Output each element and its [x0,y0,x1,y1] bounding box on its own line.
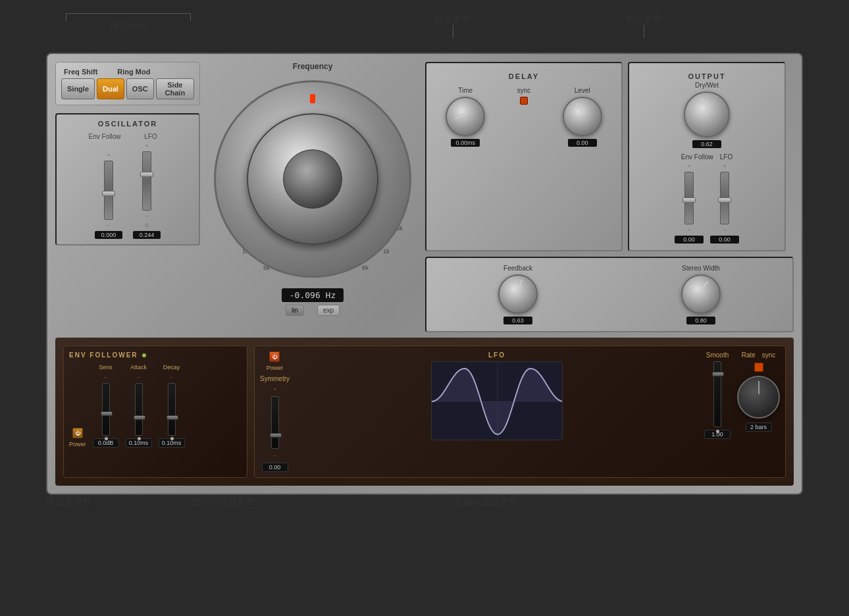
lfo-slider-container: + − 0 0.244 [133,143,161,239]
freq-scale-buttons: lin exp [286,305,340,316]
sync-container: sync [517,87,531,147]
symmetry-value: 0.00 [262,463,288,472]
lfo-sync-indicator[interactable] [754,363,763,372]
output-lfo-track[interactable] [720,172,729,224]
env-power-button[interactable]: ⏻ [72,428,83,438]
output-env-thumb[interactable] [682,197,696,203]
output-env-label: Env Follow [681,153,713,161]
sens-dot [105,437,108,440]
feedback-knobs-row: Feedback 0.63 Stereo Width 0.80 [433,265,786,324]
lfo-waveform-display [431,361,563,440]
dial-wrapper: 1 0 1 3 3 10 10 30 30 .1k .1k .3k .3k 1k… [211,74,415,284]
sens-thumb[interactable] [101,411,113,416]
env-params-annotation: 包络跟随器参数 [191,495,255,507]
sync-indicator[interactable] [520,97,528,105]
env-follower-title: ENV FOLLOWER [69,351,138,359]
right-panel: DELAY Time 0.00ms [425,62,794,332]
env-follower-controls: ⏻ Power Sens − 0.0dB Attack [69,364,242,448]
smooth-thumb[interactable] [712,372,724,376]
feedback-knob[interactable] [498,274,538,314]
output-lfo-label: LFO [720,153,733,161]
decay-slider: Decay − 0.10ms [159,364,185,448]
delay-knobs-row: Time 0.00ms sync Level [433,87,615,147]
attack-track[interactable] [135,383,143,436]
symmetry-thumb[interactable] [270,433,282,438]
mode-buttons-row: Single Dual OSC Side Chain [61,78,194,99]
mode-buttons-label: 模式按钮 [110,21,147,33]
lfo-rate-container: Rate sync 2 bars [737,351,780,472]
output-lfo-value: 0.00 [710,236,739,244]
env-power-label: Power [69,441,86,448]
decay-thumb[interactable] [167,415,178,420]
lfo-title: LFO [488,351,505,359]
mode-btn-dual[interactable]: Dual [97,78,124,99]
lfo-power-button[interactable]: ⏻ [269,351,280,362]
delay-section: DELAY Time 0.00ms [425,62,623,251]
frequency-inner-knob[interactable] [247,113,378,245]
output-env-track[interactable] [684,172,694,224]
symmetry-track[interactable] [271,396,279,449]
mode-labels: Freq Shift Ring Mod [61,68,194,76]
freq-center-ball [283,149,342,209]
delay-time-label: Time [458,87,473,94]
stereo-width-value: 0.80 [686,317,715,324]
dry-wet-value: 0.62 [692,140,721,148]
ring-mod-label: Ring Mod [117,68,150,76]
delay-level-label: Level [575,87,590,94]
dry-wet-indicator [700,97,708,109]
stereo-width-container: Stereo Width 0.80 [681,265,721,324]
symmetry-label: Symmetry [260,375,290,382]
smooth-track[interactable] [713,361,721,427]
output-lfo-slider: + − 0.00 [710,163,739,244]
env-follower-params-label: 包络跟随器参数 [191,496,255,506]
lin-button[interactable]: lin [286,305,304,316]
top-annotations: 模式按钮 延迟参数 输出参数 [46,13,803,53]
osc-lfo-label: LFO [134,133,167,140]
exp-button[interactable]: exp [317,305,340,316]
mode-btn-osc[interactable]: OSC [126,78,154,99]
feedback-container: Feedback 0.63 [498,265,538,324]
frequency-outer-ring[interactable] [214,80,411,278]
delay-time-container: Time 0.00ms [446,87,485,147]
smooth-container: Smooth 1.00 [704,351,731,472]
scale-5k-right: 5k [362,265,369,271]
mode-bracket [66,13,191,21]
delay-time-indicator [455,113,466,120]
mode-btn-sidechain[interactable]: Side Chain [156,78,194,99]
output-env-slider: + − 0.00 [675,163,704,244]
oscillator-title: OSCILLATOR [62,120,193,128]
mode-btn-single[interactable]: Single [61,78,95,99]
decay-track[interactable] [168,383,176,436]
smooth-label: Smooth [706,351,729,359]
sens-label: Sens [99,364,113,371]
delay-level-knob[interactable] [563,97,602,136]
env-follow-label: Env Follow [88,133,121,140]
lfo-thumb[interactable] [140,172,153,177]
env-follower-section: ENV FOLLOWER ⏻ Power Sens − [63,346,247,478]
output-ann-line [644,25,644,38]
left-panel: Freq Shift Ring Mod Single Dual OSC Side… [55,62,200,332]
sens-slider: Sens − 0.0dB [93,364,119,448]
dry-wet-knob[interactable] [684,91,730,138]
env-follower-indicator [142,353,146,357]
attack-thumb[interactable] [134,415,145,420]
lfo-rate-knob[interactable] [737,376,780,419]
delay-level-indicator [576,103,583,114]
env-follower-header: ENV FOLLOWER [69,351,242,359]
rate-value: 2 bars [746,423,772,432]
delay-time-knob[interactable] [446,97,485,136]
env-follow-thumb[interactable] [102,191,115,196]
mode-buttons-annotation: 模式按钮 [66,13,191,33]
output-lfo-thumb[interactable] [718,197,731,203]
lfo-rate-indicator [758,381,759,394]
plugin-body: Freq Shift Ring Mod Single Dual OSC Side… [46,53,803,495]
lfo-track[interactable] [142,151,151,211]
lfo-section: ⏻ Power Symmetry + − 0.00 LFO [254,346,786,478]
env-follow-track[interactable] [104,161,113,220]
smooth-dot [716,430,719,433]
frequency-value: -0.096 Hz [282,288,344,302]
sens-track[interactable] [102,383,110,436]
stereo-width-knob[interactable] [681,274,721,314]
lfo-center: LFO [296,351,698,472]
feedback-indicator [517,280,523,292]
